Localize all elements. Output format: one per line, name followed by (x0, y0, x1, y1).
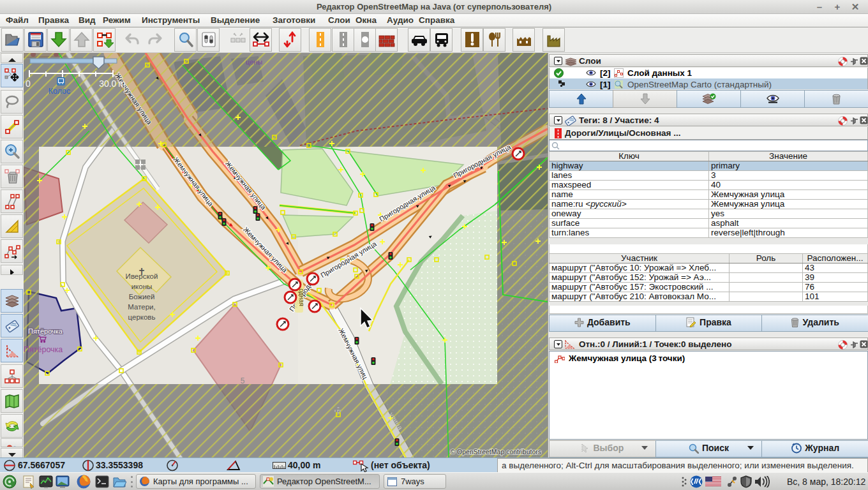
svg-text:одная: одная (298, 288, 305, 306)
svg-text:30.0 m: 30.0 m (99, 78, 126, 89)
svg-text:5: 5 (241, 376, 245, 385)
svg-text:Иверской: Иверской (126, 272, 158, 280)
svg-text:Матери,: Матери, (128, 303, 155, 311)
svg-text:цены: цены (246, 58, 262, 66)
svg-text:Колос: Колос (49, 87, 71, 96)
svg-text:церковь: церковь (128, 313, 156, 321)
svg-text:0: 0 (26, 78, 31, 89)
svg-text:Пятёрочка: Пятёрочка (28, 327, 63, 335)
svg-text:иконы: иконы (131, 283, 153, 290)
svg-text:Божией: Божией (129, 293, 155, 301)
svg-text:Пятёрочка: Пятёрочка (24, 345, 63, 354)
svg-text:© OpenStreetMap contributors: © OpenStreetMap contributors (450, 448, 541, 456)
